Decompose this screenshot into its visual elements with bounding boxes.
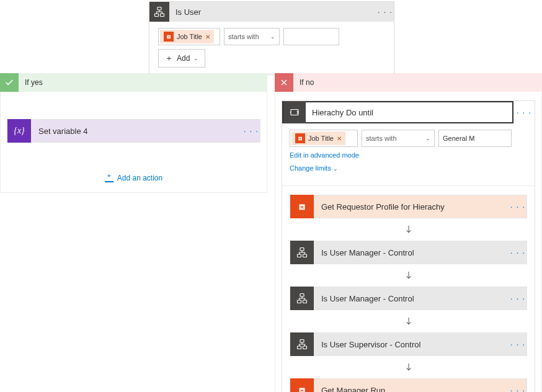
svg-rect-5 [298,254,301,257]
svg-rect-4 [300,248,304,251]
do-until-condition-row: ⧈ Job Title ✕ starts with ⌄ General M [290,130,527,147]
svg-rect-8 [298,300,301,303]
action-label: Is User Supervisor - Control [314,340,509,349]
do-until-title: Hierachy Do until [306,108,512,117]
svg-rect-12 [303,346,307,349]
svg-rect-10 [300,340,304,343]
svg-rect-9 [303,300,307,303]
add-action-label: Add an action [117,174,162,182]
do-until-menu-button[interactable]: · · · [513,107,535,117]
do-until-steps: ⧈ Get Requestor Profile for Hierachy · ·… [282,185,535,392]
condition-title: Is User [169,7,376,17]
office-icon: ⧈ [164,32,174,42]
arrow-down-icon [290,360,527,375]
variable-icon: {x} [7,119,31,143]
if-no-label: If no [300,78,314,87]
get-manager-run-action[interactable]: ⧈ Get Manager Run · · · [290,378,527,392]
chevron-down-icon: ⌄ [193,55,198,61]
svg-rect-11 [298,346,301,349]
do-until-card: Hierachy Do until · · · ⧈ Job Title ✕ [282,100,535,392]
du-left-operand[interactable]: ⧈ Job Title ✕ [290,130,358,147]
action-label: Is User Manager - Control [314,294,509,303]
action-label: Is User Manager - Control [314,248,509,257]
add-action-button[interactable]: Add an action [105,174,162,182]
do-until-condition-body: ⧈ Job Title ✕ starts with ⌄ General M [282,123,535,185]
action-menu-button[interactable]: · · · [509,247,526,257]
is-user-manager-control-2-action[interactable]: Is User Manager - Control · · · [290,287,527,310]
check-icon [0,73,19,92]
if-yes-body: {x} Set variable 4 · · · Add an action [0,92,267,193]
arrow-down-icon [290,268,527,283]
action-label: Get Manager Run [314,386,509,393]
token-label: Job Title [308,135,334,142]
arrow-down-icon [290,314,527,329]
action-menu-button[interactable]: · · · [509,202,526,212]
add-label: Add [177,54,190,63]
if-no-branch: If no Hierachy Do until · · · [275,73,542,392]
condition-menu-button[interactable]: · · · [376,7,394,17]
x-icon [275,73,293,92]
condition-icon [290,332,314,356]
svg-rect-2 [161,14,164,17]
chevron-down-icon: ⌄ [270,33,275,40]
if-no-header: If no [275,73,542,92]
condition-icon [290,287,314,310]
action-label: Set variable 4 [31,127,242,136]
do-until-header[interactable]: Hierachy Do until [282,101,513,123]
operator-label: starts with [366,135,397,142]
chevron-down-icon: ⌄ [425,135,430,141]
action-menu-button[interactable]: · · · [242,126,260,136]
if-yes-header: If yes [0,73,267,92]
condition-icon [290,241,314,264]
if-no-body: Hierachy Do until · · · ⧈ Job Title ✕ [275,92,542,392]
condition-left-operand[interactable]: ⧈ Job Title ✕ [158,28,220,45]
set-variable-4-action[interactable]: {x} Set variable 4 · · · [7,119,260,143]
if-yes-branch: If yes {x} Set variable 4 · · · Add an a… [0,73,267,392]
token-remove-button[interactable]: ✕ [205,33,210,40]
job-title-token[interactable]: ⧈ Job Title ✕ [291,131,345,145]
condition-row: ⧈ Job Title ✕ starts with ⌄ [158,28,385,45]
condition-header[interactable]: Is User · · · [149,2,394,22]
loop-icon [283,101,306,123]
condition-value-input[interactable] [283,28,339,45]
svg-rect-1 [155,14,159,17]
action-menu-button[interactable]: · · · [509,385,526,392]
svg-rect-3 [291,110,298,115]
arrow-down-icon [290,222,527,237]
token-remove-button[interactable]: ✕ [337,135,342,142]
svg-rect-6 [303,254,307,257]
add-action-icon [105,174,113,182]
get-requestor-profile-action[interactable]: ⧈ Get Requestor Profile for Hierachy · ·… [290,195,527,218]
svg-rect-0 [158,7,161,11]
du-operator-select[interactable]: starts with ⌄ [362,130,435,147]
condition-body: ⧈ Job Title ✕ starts with ⌄ ＋ Add ⌄ [149,22,394,74]
token-label: Job Title [177,33,202,40]
action-label: Get Requestor Profile for Hierachy [314,202,509,212]
action-menu-button[interactable]: · · · [509,293,526,303]
condition-icon [149,2,169,22]
job-title-token[interactable]: ⧈ Job Title ✕ [160,30,214,43]
office-icon: ⧈ [295,133,305,143]
add-condition-button[interactable]: ＋ Add ⌄ [158,49,205,68]
change-limits-link[interactable]: Change limits⌄ [290,164,338,172]
operator-label: starts with [228,33,259,40]
condition-operator-select[interactable]: starts with ⌄ [224,28,280,45]
chevron-down-icon: ⌄ [333,166,338,172]
office-icon: ⧈ [290,195,314,218]
edit-advanced-mode-link[interactable]: Edit in advanced mode [290,151,359,159]
office-icon: ⧈ [290,378,314,392]
svg-rect-7 [300,294,304,297]
do-until-links: Edit in advanced mode Change limits⌄ [290,151,527,177]
plus-icon: ＋ [165,53,173,64]
if-yes-label: If yes [25,78,43,87]
condition-card[interactable]: Is User · · · ⧈ Job Title ✕ starts with … [149,1,394,74]
action-menu-button[interactable]: · · · [509,339,526,349]
du-value-input[interactable]: General M [438,130,512,147]
is-user-manager-control-action[interactable]: Is User Manager - Control · · · [290,241,527,264]
is-user-supervisor-control-action[interactable]: Is User Supervisor - Control · · · [290,332,527,356]
du-value-text: General M [443,135,474,142]
